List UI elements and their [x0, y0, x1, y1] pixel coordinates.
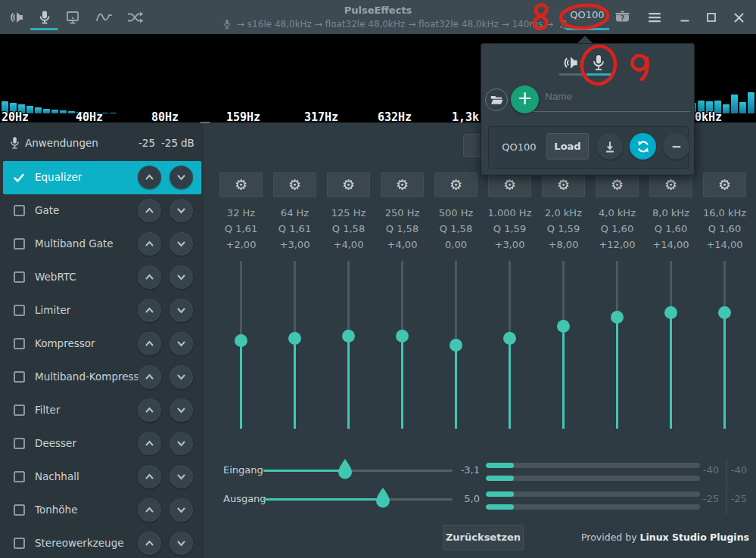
sidebar-item-kompressor[interactable]: Kompressor	[3, 327, 201, 361]
move-down-button[interactable]	[170, 332, 193, 355]
band-gain-slider[interactable]	[590, 261, 644, 429]
band-settings-button[interactable]: ⚙	[219, 172, 263, 197]
band-gain-slider[interactable]	[537, 261, 590, 429]
band-gain-slider[interactable]	[644, 261, 698, 429]
effect-checkbox[interactable]	[14, 471, 25, 482]
applications-header[interactable]: Anwendungen -25 -25 dB	[0, 123, 204, 161]
maximize-button[interactable]	[702, 8, 721, 27]
move-down-button[interactable]	[170, 465, 193, 488]
band-settings-button[interactable]: ⚙	[273, 172, 316, 197]
slider-handle[interactable]	[611, 311, 624, 324]
band-settings-button[interactable]: ⚙	[434, 172, 478, 197]
move-down-button[interactable]	[170, 532, 193, 555]
move-down-button[interactable]	[170, 199, 193, 222]
sidebar-item-tonh-he[interactable]: Tonhöhe	[3, 494, 201, 527]
slider-handle[interactable]	[503, 332, 516, 345]
effect-checkbox[interactable]	[14, 538, 25, 549]
add-preset-button[interactable]: +	[511, 85, 539, 113]
band-settings-button[interactable]: ⚙	[542, 172, 585, 197]
sidebar-item-multiband-kompressor[interactable]: Multiband-Kompressor	[3, 361, 201, 394]
sidebar-item-gate[interactable]: Gate	[3, 194, 201, 228]
band-settings-button[interactable]: ⚙	[488, 172, 531, 197]
slider-handle[interactable]	[396, 330, 409, 343]
effect-checkbox[interactable]	[14, 271, 25, 283]
move-up-button[interactable]	[138, 166, 161, 189]
move-up-button[interactable]	[138, 199, 161, 222]
move-up-button[interactable]	[138, 365, 161, 389]
band-gain-slider[interactable]	[698, 261, 751, 429]
slider-handle[interactable]	[288, 332, 301, 345]
slider-handle[interactable]	[718, 306, 731, 319]
band-settings-button[interactable]: ⚙	[327, 172, 370, 197]
effect-checkbox[interactable]	[14, 338, 25, 349]
slider-track-upper	[670, 261, 672, 312]
move-up-button[interactable]	[138, 265, 161, 289]
slider-handle[interactable]	[342, 330, 355, 343]
move-up-button[interactable]	[138, 398, 161, 422]
move-down-button[interactable]	[170, 299, 193, 322]
popup-output-tab[interactable]	[559, 53, 582, 73]
band-gain-slider[interactable]	[429, 261, 483, 429]
sidebar-item-nachhall[interactable]: Nachhall	[3, 460, 201, 494]
popup-input-tab[interactable]	[587, 53, 610, 73]
move-down-button[interactable]	[170, 265, 193, 289]
move-down-button[interactable]	[170, 432, 193, 455]
close-button[interactable]	[729, 8, 748, 27]
menu-button[interactable]	[645, 8, 664, 27]
gain-slider-track[interactable]	[263, 470, 453, 472]
effect-checkbox[interactable]	[14, 371, 25, 383]
gain-slider-track[interactable]	[263, 498, 453, 501]
move-up-button[interactable]	[138, 498, 161, 522]
effect-checkbox[interactable]	[14, 238, 25, 250]
band-gain-slider[interactable]	[322, 261, 375, 429]
sidebar-item-limiter[interactable]: Limiter	[3, 294, 201, 327]
slider-handle[interactable]	[557, 320, 570, 333]
band-gain-slider[interactable]	[483, 261, 537, 429]
delete-preset-button[interactable]	[663, 133, 689, 160]
sidebar-item-webrtc[interactable]: WebRTC	[3, 261, 201, 294]
move-down-button[interactable]	[170, 365, 193, 389]
slider-handle[interactable]	[235, 334, 247, 347]
move-down-button[interactable]	[170, 166, 193, 189]
band-settings-button[interactable]: ⚙	[381, 172, 424, 197]
move-down-button[interactable]	[170, 232, 193, 256]
slider-handle[interactable]	[450, 339, 462, 352]
move-up-button[interactable]	[138, 299, 161, 322]
move-down-button[interactable]	[170, 498, 193, 522]
sidebar-item-equalizer[interactable]: Equalizer	[3, 161, 201, 194]
minimize-button[interactable]	[675, 8, 695, 27]
gain-slider-handle[interactable]	[338, 459, 352, 482]
move-up-button[interactable]	[138, 232, 161, 256]
effect-checkbox[interactable]	[14, 504, 25, 516]
import-preset-button[interactable]	[485, 88, 508, 111]
sidebar-item-filter[interactable]: Filter	[3, 394, 201, 427]
band-settings-button[interactable]: ⚙	[596, 172, 639, 197]
band-gain-slider[interactable]	[268, 261, 322, 429]
output-gain-row: Ausgang5,0	[204, 487, 484, 516]
band-gain-slider[interactable]	[214, 261, 268, 429]
move-up-button[interactable]	[138, 465, 161, 488]
move-up-button[interactable]	[138, 532, 161, 555]
effect-checkbox[interactable]	[14, 405, 25, 416]
sidebar-item-deesser[interactable]: Deesser	[3, 427, 201, 460]
band-settings-button[interactable]: ⚙	[649, 172, 692, 197]
effect-checkbox[interactable]	[14, 305, 25, 316]
effect-checkbox[interactable]	[14, 438, 25, 449]
move-up-button[interactable]	[138, 332, 161, 355]
band-gain-slider[interactable]	[375, 261, 429, 429]
save-preset-button[interactable]	[596, 133, 623, 160]
sidebar-item-stereowerkzeuge[interactable]: Stereowerkzeuge	[3, 527, 201, 558]
autoload-preset-button[interactable]	[630, 133, 656, 160]
sidebar-item-multiband-gate[interactable]: Multiband Gate	[3, 228, 201, 261]
preset-dropdown-button[interactable]: QO100	[565, 6, 610, 29]
preset-name-input[interactable]	[545, 91, 690, 102]
move-up-button[interactable]	[138, 432, 161, 455]
load-preset-button[interactable]: Load	[546, 133, 589, 160]
slider-handle[interactable]	[664, 306, 677, 319]
move-down-button[interactable]	[170, 398, 193, 422]
reset-button[interactable]: Zurücksetzen	[443, 525, 524, 550]
effect-checkbox[interactable]	[14, 205, 25, 216]
band-settings-button[interactable]: ⚙	[703, 172, 746, 197]
help-button[interactable]: ?	[613, 8, 631, 26]
gain-slider-handle[interactable]	[376, 488, 390, 511]
